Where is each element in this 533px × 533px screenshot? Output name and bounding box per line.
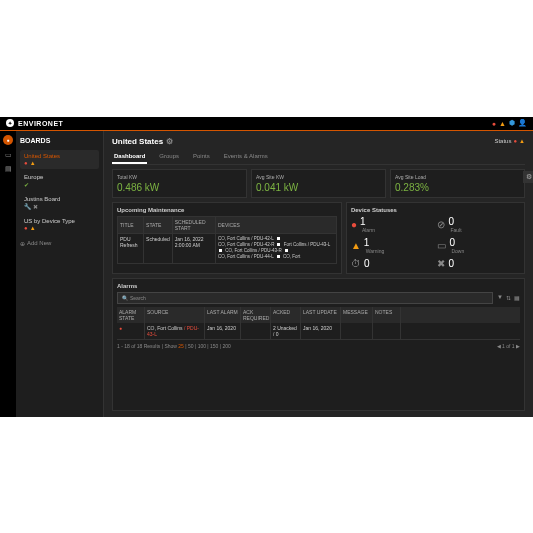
app-window: ✦ ENVIRONET ● ▲ ⬢ 👤 ● ▭ ▤ BOARDS United … <box>0 117 533 417</box>
search-icon: 🔍 <box>122 295 128 301</box>
rail-clipboard-icon[interactable]: ▭ <box>5 151 12 159</box>
sidebar: BOARDS United States ●▲ Europe ✔ Justins… <box>16 131 104 417</box>
alarm-icon[interactable]: ● <box>492 120 496 127</box>
alarms-table-header: ALARM STATESOURCELAST ALARMACK REQUIREDA… <box>117 307 520 323</box>
sidebar-add-new[interactable]: ⊕Add New <box>20 240 99 247</box>
search-input[interactable]: 🔍Search <box>117 292 493 304</box>
alarm-icon: ● <box>119 325 122 331</box>
table-row[interactable]: ● CO, Fort Collins / PDU-43-L Jan 16, 20… <box>117 323 520 340</box>
warning-icon: ▲ <box>30 225 36 231</box>
logo-icon: ✦ <box>6 119 14 127</box>
sidebar-item-us-by-device-type[interactable]: US by Device Type ●▲ <box>20 215 99 234</box>
alarm-icon: ● <box>513 138 517 144</box>
device-links[interactable]: CO, Fort Collins / PDU-42-L CO, Fort Col… <box>215 233 336 263</box>
alarms-panel: Alarms 🔍Search ▼ ⇅ ▦ ALARM STATESOURCELA… <box>112 278 525 411</box>
kpi-total-kw: Total KW0.486 kW <box>112 169 247 198</box>
tabs: Dashboard Groups Points Events & Alarms <box>112 150 525 165</box>
wrench-icon: 🔧 <box>24 203 31 210</box>
pager: 1 - 18 of 18 Results | Show 25 | 50 | 10… <box>117 343 520 349</box>
alarm-icon: ● <box>351 219 357 230</box>
rail-chart-icon[interactable]: ▤ <box>5 165 12 173</box>
plus-icon: ⊕ <box>20 240 25 247</box>
fault-icon: ⊘ <box>437 219 445 230</box>
sidebar-item-europe[interactable]: Europe ✔ <box>20 171 99 191</box>
upcoming-maintenance-panel: Upcoming Maintenance TITLESTATESCHEDULED… <box>112 202 342 274</box>
prev-page-icon[interactable]: ◀ <box>497 343 501 349</box>
kpi-row: Total KW0.486 kW Avg Site KW0.041 kW Avg… <box>112 169 525 198</box>
kpi-avg-site-kw: Avg Site KW0.041 kW <box>251 169 386 198</box>
status-alarm[interactable]: ●1Alarm <box>351 216 434 233</box>
sidebar-title: BOARDS <box>20 137 99 144</box>
sidebar-item-united-states[interactable]: United States ●▲ <box>20 150 99 169</box>
tab-groups[interactable]: Groups <box>157 150 181 164</box>
user-icon[interactable]: 👤 <box>518 119 527 127</box>
warning-icon: ▲ <box>30 160 36 166</box>
rail-alert-badge[interactable]: ● <box>3 135 13 145</box>
status-maint[interactable]: ⏱0 <box>351 258 434 269</box>
filter-icon[interactable]: ▼ <box>497 294 503 301</box>
maintenance-table: TITLESTATESCHEDULED STARTDEVICES PDU Ref… <box>117 216 337 264</box>
topbar-status-icons: ● ▲ ⬢ 👤 <box>492 119 527 127</box>
tab-points[interactable]: Points <box>191 150 212 164</box>
status-wrench[interactable]: ✖0 <box>437 258 520 269</box>
tab-events-alarms[interactable]: Events & Alarms <box>222 150 270 164</box>
status-fault[interactable]: ⊘0Fault <box>437 216 520 233</box>
page-title: United States⚙ <box>112 137 173 146</box>
cross-icon: ✖ <box>33 203 38 210</box>
topbar: ✦ ENVIRONET ● ▲ ⬢ 👤 <box>0 117 533 131</box>
warning-icon: ▲ <box>519 138 525 144</box>
status-down[interactable]: ▭0Down <box>437 237 520 254</box>
info-icon[interactable]: ⬢ <box>509 119 515 127</box>
ok-icon: ✔ <box>24 181 29 188</box>
settings-gear-button[interactable]: ⚙ <box>523 171 533 183</box>
tab-dashboard[interactable]: Dashboard <box>112 150 147 164</box>
sidebar-item-justins-board[interactable]: Justins Board 🔧✖ <box>20 193 99 213</box>
alarm-icon: ● <box>24 160 28 166</box>
warning-icon: ▲ <box>351 240 361 251</box>
settings-icon[interactable]: ⚙ <box>166 137 173 146</box>
warning-icon[interactable]: ▲ <box>499 120 506 127</box>
next-page-icon[interactable]: ▶ <box>516 343 520 349</box>
columns-icon[interactable]: ▦ <box>514 294 520 301</box>
alarm-icon: ● <box>24 225 28 231</box>
sort-icon[interactable]: ⇅ <box>506 294 511 301</box>
left-rail: ● ▭ ▤ <box>0 131 16 417</box>
status-warning[interactable]: ▲1Warning <box>351 237 434 254</box>
maintenance-icon: ⏱ <box>351 258 361 269</box>
status-indicator: Status●▲ <box>494 138 525 144</box>
main-content: ⚙ United States⚙ Status●▲ Dashboard Grou… <box>104 131 533 417</box>
wrench-icon: ✖ <box>437 258 445 269</box>
down-icon: ▭ <box>437 240 446 251</box>
device-statuses-panel: Device Statuses ●1Alarm ⊘0Fault ▲1Warnin… <box>346 202 525 274</box>
brand-name: ENVIRONET <box>18 120 63 127</box>
kpi-avg-site-load: Avg Site Load0.283% <box>390 169 525 198</box>
table-row[interactable]: PDU Refresh Scheduled Jan 16, 2022 2:00:… <box>118 233 337 263</box>
